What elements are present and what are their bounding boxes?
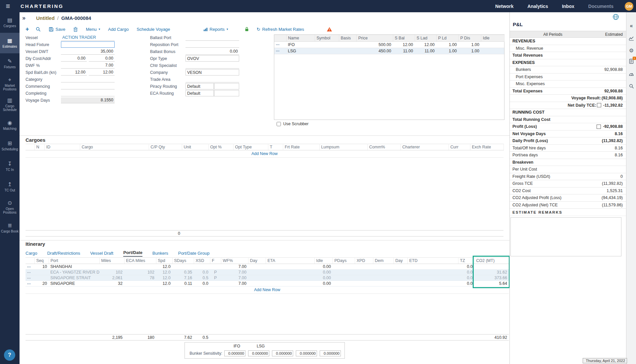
itinerary-column-header[interactable]: PDays <box>333 258 355 264</box>
collapse-panel-icon[interactable]: « <box>626 21 636 30</box>
itinerary-row[interactable]: ••• 20 SINGAPORE 32 12.0 0.11 0.0 7.00 0… <box>26 281 509 286</box>
help-button[interactable]: ? <box>4 349 15 361</box>
itinerary-add-new-row-link[interactable]: Add New Row <box>26 286 509 294</box>
itinerary-column-header[interactable]: Dem <box>373 258 394 264</box>
commencing-input[interactable] <box>61 83 115 89</box>
row-menu-icon[interactable]: ••• <box>274 48 286 54</box>
itinerary-tab[interactable]: Port/Date Group <box>178 251 210 257</box>
dly-cost-input[interactable] <box>61 56 87 62</box>
search-panel-icon[interactable] <box>626 81 636 91</box>
eca-routing-extra-input[interactable] <box>214 90 239 96</box>
chtr-specialist-input[interactable] <box>186 63 239 69</box>
sidebar-item[interactable]: ◉ Matching <box>0 115 20 135</box>
cargoes-column-header[interactable]: N <box>34 144 44 150</box>
reports-dropdown-button[interactable]: Reports▾ <box>203 27 228 32</box>
cargoes-column-header[interactable]: Lumpsum <box>319 144 367 150</box>
itinerary-row[interactable]: ••• SINGAPORE STRAIT 2,061 78 12.0 7.16 … <box>26 275 509 281</box>
cargoes-column-header[interactable]: Frt Rate <box>283 144 319 150</box>
sidebar-item[interactable]: ⊞ Scheduling <box>0 135 20 156</box>
itinerary-row[interactable]: ••• ECA - YANGTZE RIVER DELTA 102 102 12… <box>26 270 509 275</box>
bunker-row[interactable]: ••• IFO 500.00 12.00 12.00 1.00 1.00 <box>274 41 504 48</box>
head-fixture-input[interactable] <box>61 41 115 48</box>
category-input[interactable] <box>61 77 115 82</box>
reposition-port-input[interactable] <box>186 42 239 48</box>
bunkers-column-header[interactable]: P Dis <box>458 35 481 41</box>
bunker-sensitivity-input[interactable] <box>224 350 245 356</box>
spd-ballast-input[interactable] <box>61 70 87 76</box>
itinerary-column-header[interactable]: Day <box>248 258 266 264</box>
bunkers-column-header[interactable]: Symbol <box>315 35 339 41</box>
row-menu-icon[interactable]: ••• <box>274 41 286 48</box>
itinerary-column-header[interactable]: Miles <box>99 258 124 264</box>
vessel-dwt-input[interactable] <box>61 49 115 55</box>
bunker-sensitivity-input[interactable] <box>320 350 341 356</box>
ballast-bonus-input[interactable] <box>186 49 239 55</box>
itinerary-column-header[interactable]: Idle <box>314 258 333 264</box>
itinerary-row[interactable]: ••• 10 SHANGHAI 12.0 7.00 0.00 <box>26 264 509 270</box>
bunker-row[interactable]: ••• LSG 450.00 11.00 11.00 1.00 1.00 <box>274 48 504 54</box>
itinerary-column-header[interactable]: CO2 (MT) <box>474 258 509 264</box>
new-estimate-button[interactable]: + <box>26 26 29 33</box>
sidebar-item[interactable]: ✎ Fixtures <box>0 53 20 74</box>
pnl-row-checkbox[interactable] <box>597 125 601 129</box>
bunkers-column-header[interactable]: S Lad <box>415 35 436 41</box>
row-menu-icon[interactable]: ••• <box>26 275 34 281</box>
use-scrubber-checkbox[interactable] <box>277 122 281 126</box>
schedule-voyage-button[interactable]: Schedule Voyage <box>136 27 170 32</box>
save-button[interactable]: Save <box>49 27 66 32</box>
itinerary-column-header[interactable]: Seq <box>34 258 49 264</box>
expand-panel-icon[interactable]: » <box>22 15 26 22</box>
cargoes-column-header[interactable]: Charterer <box>400 144 449 150</box>
vessel-input[interactable] <box>61 35 115 41</box>
bunkers-column-header[interactable]: Idle <box>481 35 504 41</box>
piracy-routing-select[interactable] <box>186 83 214 89</box>
delete-button[interactable] <box>73 27 78 32</box>
itinerary-column-header[interactable]: ETA <box>266 258 314 264</box>
sidebar-item[interactable]: ↧ TC In <box>0 156 20 177</box>
bunker-sensitivity-input[interactable] <box>296 350 317 356</box>
itinerary-column-header[interactable]: WF% <box>221 258 248 264</box>
cargoes-add-new-row-link[interactable]: Add New Row <box>26 150 504 158</box>
cargoes-column-header[interactable]: Curr <box>449 144 470 150</box>
hamburger-menu-icon[interactable]: ≡ <box>0 0 16 12</box>
user-avatar[interactable]: GM <box>625 2 633 11</box>
itinerary-column-header[interactable]: ETD <box>407 258 458 264</box>
top-nav-item[interactable]: Documents <box>588 4 613 9</box>
top-nav-item[interactable]: Network <box>495 4 513 9</box>
sidebar-item[interactable]: ▥ Cargo Schedule <box>0 94 20 115</box>
pnl-row-checkbox[interactable] <box>597 103 601 107</box>
bunkers-column-header[interactable]: Price <box>356 35 393 41</box>
menu-dropdown-button[interactable]: Menu▾ <box>86 27 100 32</box>
top-nav-item[interactable]: Analytics <box>527 4 548 9</box>
itinerary-column-header[interactable]: Day <box>394 258 407 264</box>
top-nav-item[interactable]: Inbox <box>562 4 574 9</box>
itinerary-column-header[interactable]: Port <box>49 258 99 264</box>
sidebar-item[interactable]: ▤ Cargoes <box>0 12 20 33</box>
forms-icon[interactable]: 1 <box>626 57 636 66</box>
cargoes-column-header[interactable]: T <box>268 144 283 150</box>
itinerary-column-header[interactable]: TZ <box>458 258 474 264</box>
trade-area-input[interactable] <box>186 77 239 82</box>
cargoes-column-header[interactable]: ID <box>44 144 80 150</box>
cargoes-column-header[interactable]: Opt % <box>208 144 233 150</box>
bunkers-column-header[interactable]: S Bal <box>393 35 415 41</box>
sidebar-item[interactable]: ≣ Cargo Book <box>0 218 20 238</box>
bunker-sensitivity-input[interactable] <box>272 350 293 356</box>
cargoes-column-header[interactable]: Opt Type <box>233 144 268 150</box>
bunkers-column-header[interactable]: Name <box>286 35 315 41</box>
refresh-market-rates-button[interactable]: ↻ Refresh Market Rates <box>257 27 304 32</box>
eca-routing-select[interactable] <box>186 90 214 96</box>
itinerary-column-header[interactable]: F <box>210 258 221 264</box>
cargoes-column-header[interactable]: Comm% <box>367 144 400 150</box>
tools-compass-icon[interactable] <box>626 69 636 78</box>
itinerary-column-header[interactable]: Spd <box>156 258 172 264</box>
dwf-input[interactable] <box>61 63 115 69</box>
cargoes-column-header[interactable]: Exch Rate <box>470 144 504 150</box>
row-menu-icon[interactable]: ••• <box>26 264 34 270</box>
cargoes-column-header[interactable]: Unit <box>182 144 208 150</box>
search-button[interactable] <box>36 27 41 32</box>
bunker-sensitivity-input[interactable] <box>248 350 269 356</box>
sidebar-item[interactable]: ⌖ Market Positions <box>0 74 20 94</box>
cargoes-column-header[interactable]: C/P Qty <box>149 144 182 150</box>
pnl-period-selector[interactable]: All Periods <box>510 32 596 37</box>
